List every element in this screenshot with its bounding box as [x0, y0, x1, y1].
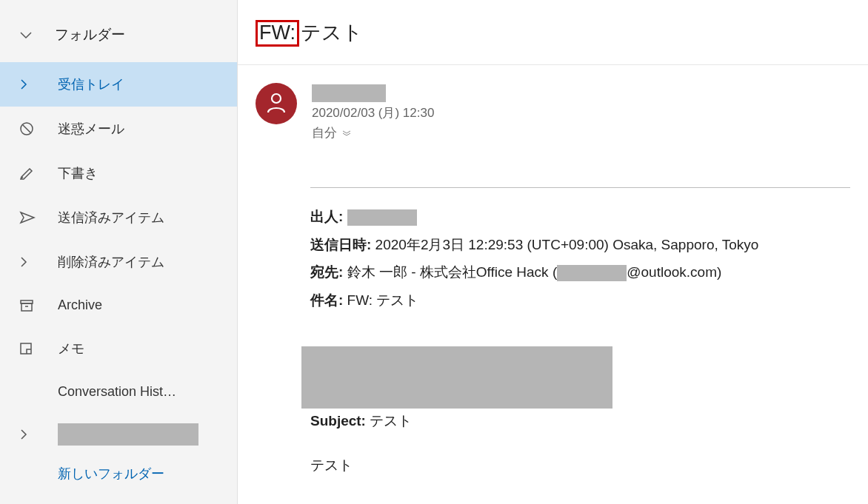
message-header: 2020/02/03 (月) 12:30 自分	[256, 77, 850, 158]
quoted-subject-line: 件名: FW: テスト	[310, 289, 850, 311]
pencil-icon	[19, 166, 36, 181]
redacted-to-email	[557, 265, 627, 281]
new-folder-label: 新しいフォルダー	[58, 466, 164, 481]
redacted-block	[301, 346, 612, 409]
sidebar-item-label: 送信済みアイテム	[58, 209, 164, 226]
quoted-sent-line: 送信日時: 2020年2月3日 12:29:53 (UTC+09:00) Osa…	[310, 234, 850, 255]
sidebar-item-label: 削除済みアイテム	[58, 253, 164, 271]
sidebar-item-conversation-history[interactable]: Conversation Hist…	[0, 371, 237, 413]
sidebar-item-label: 下書き	[58, 164, 98, 182]
chevron-down-icon	[341, 123, 352, 143]
folder-list: 受信トレイ 迷惑メール 下書き 送信済みアイテム 削除済みアイテム	[0, 62, 237, 456]
svg-line-1	[23, 125, 31, 133]
sidebar-item-junk[interactable]: 迷惑メール	[0, 107, 237, 151]
sidebar-item-drafts[interactable]: 下書き	[0, 151, 237, 195]
subject-label: 件名:	[310, 292, 343, 308]
folder-header-label: フォルダー	[55, 25, 125, 44]
send-icon	[19, 210, 36, 225]
sidebar-item-archive[interactable]: Archive	[0, 284, 237, 326]
chevron-right-icon	[19, 255, 36, 269]
quoted-from-line: 出人:	[310, 206, 850, 227]
subject-value: FW: テスト	[347, 292, 419, 308]
svg-rect-4	[21, 303, 32, 311]
folder-sidebar: フォルダー 受信トレイ 迷惑メール 下書き 送信済みアイテム	[0, 0, 238, 504]
chevron-right-icon	[19, 78, 36, 91]
sidebar-item-label: 迷惑メール	[58, 120, 124, 138]
to-name: 鈴木 一郎 - 株式会社Office Hack (	[347, 264, 558, 280]
message-subject: FW: テスト	[256, 19, 846, 47]
message-body-area: 2020/02/03 (月) 12:30 自分 出人: 送信日時: 2020年2…	[238, 65, 868, 504]
quoted-header-divider	[310, 187, 850, 188]
new-folder-link[interactable]: 新しいフォルダー	[0, 456, 237, 494]
chevron-down-icon	[19, 27, 33, 43]
nested-subject-value: テスト	[370, 413, 412, 429]
nested-subject-label: Subject:	[310, 413, 366, 429]
to-label: 宛先:	[310, 264, 343, 280]
subject-text: テスト	[301, 19, 363, 46]
sidebar-item-hidden-folder[interactable]	[0, 413, 237, 456]
forward-prefix-highlight: FW:	[256, 20, 299, 47]
nested-subject-line: Subject: テスト	[310, 411, 850, 431]
person-icon	[266, 91, 287, 116]
message-content: 出人: 送信日時: 2020年2月3日 12:29:53 (UTC+09:00)…	[256, 158, 850, 475]
sidebar-item-sent[interactable]: 送信済みアイテム	[0, 195, 237, 240]
sent-value: 2020年2月3日 12:29:53 (UTC+09:00) Osaka, Sa…	[375, 237, 759, 252]
to-email-suffix: @outlook.com)	[627, 264, 721, 280]
svg-rect-6	[21, 343, 31, 354]
sidebar-item-label: Archive	[58, 298, 102, 313]
sidebar-item-notes[interactable]: メモ	[0, 326, 237, 371]
from-label: 出人:	[310, 209, 343, 224]
folder-header[interactable]: フォルダー	[0, 10, 237, 62]
quoted-to-line: 宛先: 鈴木 一郎 - 株式会社Office Hack (@outlook.co…	[310, 261, 850, 283]
redacted-from-value	[347, 209, 417, 226]
archive-icon	[19, 299, 36, 312]
svg-marker-2	[21, 212, 34, 223]
redacted-sender-name	[312, 84, 386, 102]
sender-info: 2020/02/03 (月) 12:30 自分	[312, 83, 434, 144]
sidebar-item-inbox[interactable]: 受信トレイ	[0, 62, 237, 107]
sidebar-item-label: Conversation Hist…	[58, 384, 176, 400]
sidebar-item-deleted[interactable]: 削除済みアイテム	[0, 240, 237, 284]
redacted-folder-name	[58, 423, 198, 446]
svg-point-7	[272, 94, 281, 103]
nested-body-text: テスト	[310, 456, 850, 475]
block-icon	[19, 121, 36, 136]
sidebar-item-label: 受信トレイ	[58, 75, 124, 93]
subject-bar: FW: テスト	[238, 0, 868, 65]
reading-pane: FW: テスト 2020/02/03 (月) 12:30 自分	[238, 0, 868, 504]
recipient-self-row[interactable]: 自分	[312, 123, 434, 143]
sidebar-item-label: メモ	[58, 340, 84, 357]
sent-label: 送信日時:	[310, 237, 371, 252]
sender-avatar[interactable]	[256, 83, 297, 124]
note-icon	[19, 342, 36, 355]
message-date: 2020/02/03 (月) 12:30	[312, 103, 434, 123]
recipient-self-label: 自分	[312, 123, 337, 143]
chevron-right-icon	[19, 428, 36, 441]
